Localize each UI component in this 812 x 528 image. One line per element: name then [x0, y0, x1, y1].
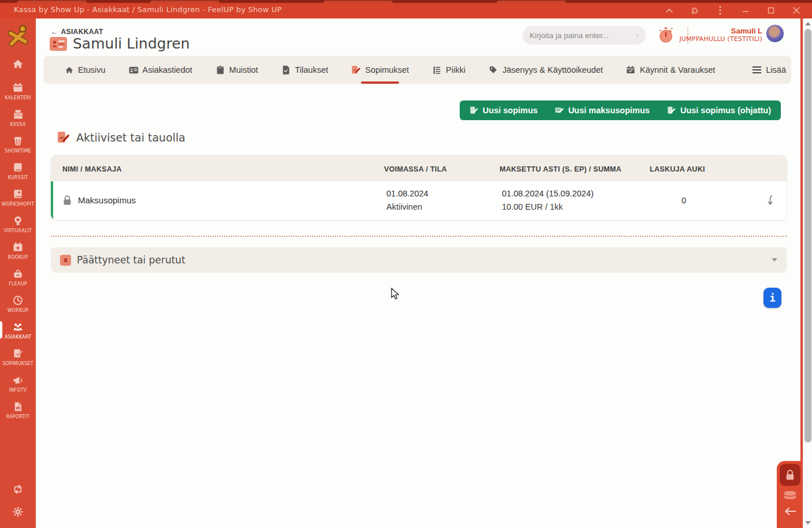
column-header: MAKSETTU ASTI (S. EP) / SUMMA: [488, 165, 638, 173]
chevron-up-icon: [666, 8, 673, 13]
browser-tab[interactable]: [150, 1, 219, 3]
menu-kebab-button[interactable]: [709, 3, 731, 17]
collapse-toolbar-button[interactable]: [658, 3, 680, 17]
back-arrow-icon: ←: [51, 28, 58, 36]
browser-tab[interactable]: [17, 1, 87, 3]
scrollbar-thumb[interactable]: [804, 29, 811, 443]
showup-logo[interactable]: [3, 22, 33, 51]
sidebar-item-showtime[interactable]: SHOWTIME: [0, 131, 36, 157]
table-row[interactable]: Maksusopimus 01.08.2024 Aktiivinen 01.08…: [51, 181, 787, 220]
sidebar-item-label: RAPORTIT: [6, 414, 30, 419]
page-scrollbar[interactable]: [803, 18, 812, 528]
info-button[interactable]: i: [763, 288, 781, 308]
stopwatch-icon[interactable]: [658, 27, 674, 44]
tab-label: Asiakastiedot: [143, 65, 192, 75]
tab-label: Tilaukset: [295, 65, 328, 75]
maximize-button[interactable]: [760, 3, 782, 17]
new-contract-guided-button[interactable]: Uusi sopimus (ohjattu): [658, 101, 780, 120]
open-invoices-count: 0: [640, 196, 727, 205]
sidebar-item-sopimukset[interactable]: SOPIMUKSET: [0, 343, 36, 370]
sidebar-item-workshopit[interactable]: WORKSHOPIT: [0, 184, 36, 210]
contract-status: Aktiivinen: [386, 202, 490, 211]
chevron-down-icon: [772, 258, 777, 262]
sidebar-item-fleaup[interactable]: FLEAUP: [0, 263, 36, 290]
cash-drawer-button[interactable]: [783, 490, 797, 500]
tab-lisaa[interactable]: Lisää: [742, 56, 796, 84]
tab-label: Jäsenyys & Käyttöoikeudet: [502, 65, 603, 75]
expand-row-arrow-icon[interactable]: [766, 195, 775, 206]
section-title: Aktiiviset tai tauolla: [76, 131, 185, 144]
valid-from: 01.08.2024: [386, 189, 490, 198]
sidebar-item-kassa[interactable]: KASSA: [0, 104, 36, 131]
collapse-panel-button[interactable]: [784, 507, 796, 516]
search-input[interactable]: [530, 31, 632, 40]
refresh-icon[interactable]: [12, 484, 24, 497]
sidebar-item-home[interactable]: [0, 51, 36, 77]
user-menu[interactable]: Samuli L JUMPPAHULLU (TESTITILI): [679, 27, 762, 43]
scroll-down-arrow[interactable]: [805, 521, 811, 525]
home-icon: [64, 65, 74, 75]
close-button[interactable]: [785, 3, 807, 17]
sidebar-item-kurssit[interactable]: KURSSIT: [0, 157, 36, 184]
page-title: Samuli Lindgren: [73, 35, 190, 52]
sidebar-item-label: SOPIMUKSET: [2, 361, 33, 366]
maximize-icon: [768, 7, 774, 14]
sidebar-item-asiakkaat[interactable]: ASIAKKAAT: [0, 317, 36, 343]
x-glyph: x: [64, 256, 68, 264]
window-titlebar: Kassa by Show Up - Asiakkaat / Samuli Li…: [0, 0, 812, 18]
main-content: ← ASIAKKAAT Samuli Lindgren Samuli L JUM…: [36, 18, 800, 528]
tab-muistiot[interactable]: Muistiot: [205, 56, 269, 84]
tab-label: Lisää: [766, 65, 786, 75]
sidebar: KALENTERI KASSA SHOWTIME KURSSIT WORKSHO…: [0, 18, 36, 528]
avatar[interactable]: [766, 24, 784, 43]
contract-pen-icon: [57, 131, 70, 144]
tab-jasenyys-kayttooikeudet[interactable]: Jäsenyys & Käyttöoikeudet: [478, 56, 613, 84]
ended-contracts-section[interactable]: x Päättyneet tai perutut: [51, 247, 787, 273]
calendar-star-icon: [11, 241, 25, 254]
sidebar-item-label: ASIAKKAAT: [5, 334, 31, 340]
people-icon: [11, 321, 25, 333]
contract-pen-icon: [11, 347, 25, 360]
browser-tab[interactable]: [323, 1, 393, 3]
tab-kaynnit-varaukset[interactable]: Käynnit & Varaukset: [616, 56, 725, 84]
sidebar-item-infotv[interactable]: INFOTV: [0, 370, 36, 396]
sidebar-item-raportit[interactable]: RAPORTIT: [0, 396, 36, 423]
handbag-icon: [11, 267, 25, 280]
megaphone-icon: [11, 374, 25, 386]
tag-icon: [489, 65, 498, 75]
contract-name: Maksusopimus: [78, 195, 136, 205]
sidebar-item-kalenteri[interactable]: KALENTERI: [0, 77, 36, 104]
new-payment-contract-button[interactable]: Uusi maksusopimus: [546, 101, 658, 120]
corner-tool-panel: [777, 461, 803, 528]
kebab-icon: [719, 6, 721, 15]
calendar-icon: [11, 81, 25, 94]
new-contract-button[interactable]: Uusi sopimus: [461, 101, 546, 120]
browser-tab[interactable]: [497, 1, 566, 3]
breadcrumb[interactable]: ← ASIAKKAAT: [51, 28, 103, 36]
book-plus-icon: [11, 188, 25, 200]
popcorn-icon: [11, 135, 25, 147]
sidebar-item-bookup[interactable]: BOOKUP: [0, 237, 36, 263]
minimize-button[interactable]: [735, 3, 757, 17]
settings-gear-icon[interactable]: [12, 506, 24, 520]
global-search: [523, 26, 646, 44]
tab-etusivu[interactable]: Etusivu: [54, 56, 116, 84]
sidebar-item-workup[interactable]: WORKUP: [0, 290, 36, 317]
scroll-up-arrow[interactable]: [805, 22, 811, 25]
button-label: Uusi maksusopimus: [568, 106, 650, 115]
tab-asiakastiedot[interactable]: Asiakastiedot: [118, 56, 203, 84]
paid-until: 01.08.2024 (15.09.2024): [502, 189, 640, 198]
lock-button[interactable]: [780, 464, 800, 486]
extensions-button[interactable]: [684, 3, 706, 17]
tab-sopimukset[interactable]: Sopimukset: [341, 56, 419, 84]
cancelled-icon: x: [60, 255, 71, 266]
search-icon[interactable]: [636, 31, 639, 40]
timer-icon: [11, 294, 25, 307]
sidebar-item-virtuaalit[interactable]: VIRTUAALIT: [0, 210, 36, 237]
tab-label: Etusivu: [78, 65, 106, 75]
tab-piikki[interactable]: Piikki: [422, 56, 476, 84]
hamburger-icon: [752, 65, 762, 75]
table-header: NIMI / MAKSAJA VOIMASSA / TILA MAKSETTU …: [51, 155, 787, 181]
column-header: NIMI / MAKSAJA: [51, 165, 373, 173]
tab-tilaukset[interactable]: Tilaukset: [271, 56, 338, 84]
